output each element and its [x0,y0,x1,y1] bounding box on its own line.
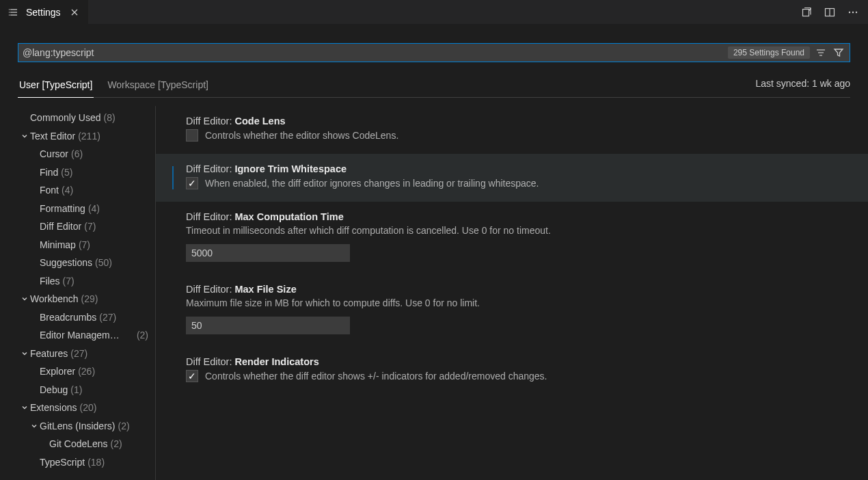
settings-toc: Commonly Used (8) Text Editor (211) Curs… [0,106,156,480]
settings-search: 295 Settings Found [18,43,850,62]
settings-list: Diff Editor: Code Lens Controls whether … [156,106,868,480]
toc-font[interactable]: Font(4) [0,181,155,200]
checkbox[interactable] [186,177,198,189]
toc-files[interactable]: Files(7) [0,272,155,291]
toc-git-codelens[interactable]: Git CodeLens(2) [0,435,155,453]
setting-description: Timeout in milliseconds after which diff… [186,225,856,236]
toc-debug[interactable]: Debug(1) [0,381,155,399]
chevron-down-icon [29,422,40,430]
tab-bar: Settings [0,0,868,24]
toc-breadcrumbs[interactable]: Breadcrumbs(27) [0,308,155,327]
number-input[interactable] [186,317,350,334]
svg-point-13 [856,11,857,12]
checkbox[interactable] [186,129,198,142]
search-input[interactable] [18,44,728,62]
clear-filter-icon[interactable] [815,47,826,58]
close-icon[interactable] [68,5,81,19]
toc-commonly-used[interactable]: Commonly Used (8) [0,109,155,127]
toc-gitlens[interactable]: GitLens (Insiders)(2) [0,417,155,436]
checkbox[interactable] [186,370,198,382]
toc-find[interactable]: Find(5) [0,163,155,182]
tab-title: Settings [26,7,61,18]
svg-point-12 [852,11,854,12]
toc-editor-management[interactable]: Editor Managem…(2) [0,326,155,345]
scope-tab-workspace[interactable]: Workspace [TypeScript] [106,75,210,97]
toc-formatting[interactable]: Formatting(4) [0,200,155,218]
toc-diff-editor[interactable]: Diff Editor(7) [0,217,155,236]
svg-point-11 [849,11,850,12]
split-editor-icon[interactable] [824,7,835,18]
toc-suggestions[interactable]: Suggestions(50) [0,254,155,272]
open-json-icon[interactable] [801,7,812,18]
setting-diff-code-lens: Diff Editor: Code Lens Controls whether … [156,106,868,154]
more-actions-icon[interactable] [847,7,858,18]
setting-description: Maximum file size in MB for which to com… [186,297,856,308]
setting-description: Controls whether the diff editor shows +… [205,371,547,382]
settings-scope-tabs: User [TypeScript] Workspace [TypeScript]… [18,75,850,98]
chevron-down-icon [19,349,30,358]
sync-status[interactable]: Last synced: 1 wk ago [755,78,850,94]
svg-rect-8 [803,9,809,16]
chevron-down-icon [19,295,30,303]
tab-settings[interactable]: Settings [0,0,89,24]
setting-diff-max-file-size: Diff Editor: Max File Size Maximum file … [156,274,868,347]
setting-description: Controls whether the editor shows CodeLe… [205,130,398,141]
toc-workbench[interactable]: Workbench(29) [0,290,155,308]
settings-list-icon [8,7,19,18]
setting-diff-render-indicators: Diff Editor: Render Indicators Controls … [156,347,868,395]
chevron-down-icon [19,132,30,140]
number-input[interactable] [186,244,350,262]
toc-minimap[interactable]: Minimap(7) [0,236,155,254]
setting-description: When enabled, the diff editor ignores ch… [205,178,539,189]
scope-tab-user[interactable]: User [TypeScript] [18,75,94,98]
editor-actions [801,7,868,18]
setting-diff-max-computation: Diff Editor: Max Computation Time Timeou… [156,202,868,274]
toc-extensions[interactable]: Extensions(20) [0,399,155,417]
setting-diff-ignore-trim: Diff Editor: Ignore Trim Whitespace When… [156,154,868,202]
search-result-count: 295 Settings Found [728,46,810,59]
chevron-down-icon [19,403,30,412]
toc-typescript[interactable]: TypeScript(18) [0,453,155,472]
toc-text-editor[interactable]: Text Editor (211) [0,127,155,146]
toc-explorer[interactable]: Explorer(26) [0,362,155,381]
toc-cursor[interactable]: Cursor(6) [0,145,155,163]
filter-icon[interactable] [833,47,844,58]
toc-features[interactable]: Features(27) [0,345,155,363]
